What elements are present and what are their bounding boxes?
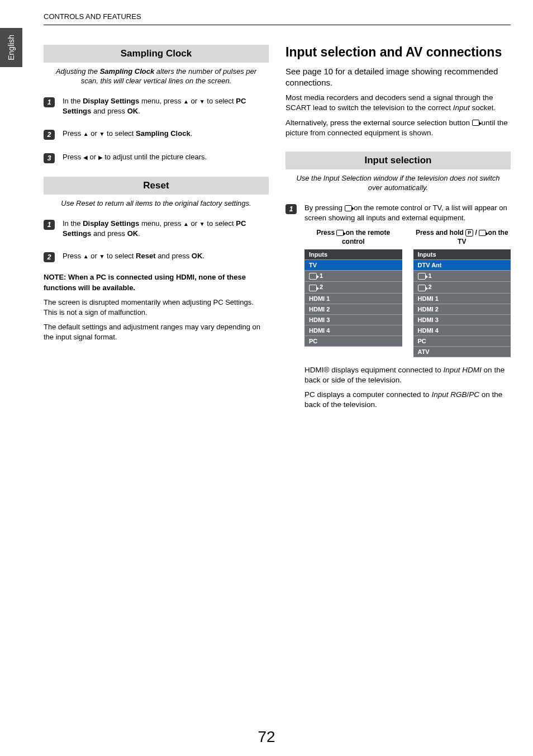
- col-head: Press on the remote control: [304, 229, 402, 246]
- step-badge-1: 1: [44, 97, 55, 107]
- p-icon: P: [465, 229, 473, 237]
- td: PC: [413, 336, 511, 346]
- down-arrow-icon: [99, 129, 105, 138]
- td: ATV: [413, 346, 511, 357]
- left-arrow-icon: [83, 153, 88, 161]
- t: .: [202, 252, 204, 260]
- table-row: 2: [413, 282, 511, 293]
- t: and press: [91, 229, 127, 238]
- step-text: In the Display Settings menu, press or t…: [63, 219, 269, 239]
- step-row: 2 Press or to select Sampling Clock.: [44, 129, 269, 140]
- table-row: 1: [304, 271, 402, 282]
- td: HDMI 4: [304, 325, 402, 336]
- footer-p1: HDMI® displays equipment connected to In…: [304, 365, 511, 385]
- step-text: In the Display Settings menu, press or t…: [63, 96, 269, 116]
- step-row: 1 By pressing on the remote control or T…: [285, 203, 511, 223]
- section-header: CONTROLS AND FEATURES: [44, 12, 141, 21]
- step-text: By pressing on the remote control or TV,…: [304, 203, 511, 223]
- td: 1: [413, 271, 511, 282]
- step-badge-2: 2: [44, 130, 55, 140]
- table-row: HDMI 1: [304, 293, 402, 304]
- table-header-row: Inputs: [304, 249, 402, 260]
- t: Input RGB: [431, 390, 467, 399]
- td: DTV Ant: [413, 260, 511, 271]
- inputs-col-remote: Press on the remote control Inputs TV 1 …: [304, 229, 402, 357]
- body-p3: Alternatively, press the external source…: [285, 118, 511, 138]
- t: Display Settings: [83, 97, 139, 105]
- td: 1: [304, 271, 402, 282]
- step-badge-2: 2: [44, 252, 55, 262]
- td: 2: [413, 282, 511, 293]
- table-row: 2: [304, 282, 402, 293]
- up-arrow-icon: [183, 219, 189, 228]
- td: HDMI 3: [304, 314, 402, 325]
- inputs-table-2: Inputs DTV Ant 1 2 HDMI 1 HDMI 2 HDMI 3 …: [413, 249, 511, 357]
- td: HDMI 3: [413, 314, 511, 325]
- inputs-tables: Press on the remote control Inputs TV 1 …: [304, 229, 511, 357]
- step-row: 1 In the Display Settings menu, press or…: [44, 219, 269, 239]
- table-row: HDMI 3: [304, 314, 402, 325]
- source-icon: [472, 120, 479, 126]
- table-header-row: Inputs: [413, 249, 511, 260]
- step-text: Press or to adjust until the picture cle…: [63, 152, 207, 162]
- body-p2: Most media recorders and decoders send a…: [285, 93, 511, 113]
- input-selection-heading: Input selection: [285, 152, 511, 169]
- down-arrow-icon: [99, 252, 105, 260]
- step-row: 2 Press or to select Reset and press OK.: [44, 251, 269, 262]
- table-row: HDMI 4: [304, 325, 402, 336]
- t: HDMI® displays equipment connected to: [304, 366, 444, 374]
- down-arrow-icon: [199, 97, 205, 105]
- t: or: [189, 97, 199, 105]
- t: Press: [63, 252, 83, 260]
- t: 2: [320, 284, 323, 290]
- t: Display Settings: [83, 219, 139, 228]
- table-selected-row: DTV Ant: [413, 260, 511, 271]
- t: Press: [316, 229, 336, 237]
- table-row: HDMI 1: [413, 293, 511, 304]
- th: Inputs: [304, 249, 402, 260]
- table-row: 1: [413, 271, 511, 282]
- t: to select: [205, 97, 236, 105]
- body-p1: See page 10 for a detailed image showing…: [285, 66, 511, 89]
- td: 2: [304, 282, 402, 293]
- t: and press: [91, 107, 127, 115]
- t: or: [89, 252, 99, 260]
- t: 1: [320, 272, 323, 279]
- t: Reset: [136, 252, 155, 260]
- t: Input: [453, 103, 470, 112]
- table-row: HDMI 3: [413, 314, 511, 325]
- td: PC: [304, 336, 402, 346]
- step-badge-1: 1: [44, 220, 55, 230]
- t: .: [191, 129, 193, 138]
- input-icon: [309, 285, 317, 291]
- step-row: 1 In the Display Settings menu, press or…: [44, 96, 269, 116]
- step-badge-1: 1: [285, 204, 297, 214]
- page-number: 72: [0, 728, 533, 746]
- note-p2: The default settings and adjustment rang…: [44, 322, 269, 342]
- t: Input HDMI: [444, 366, 482, 374]
- table-row: ATV: [413, 346, 511, 357]
- t: to select: [205, 219, 236, 228]
- t: 1: [429, 272, 432, 279]
- t: By pressing: [304, 204, 345, 212]
- inputs-col-tv: Press and hold P / on the TV Inputs DTV …: [413, 229, 511, 357]
- t: OK: [192, 252, 203, 260]
- main-heading: Input selection and AV connections: [285, 45, 511, 60]
- t: on the remote control: [342, 229, 390, 245]
- down-arrow-icon: [199, 219, 205, 228]
- td: HDMI 1: [413, 293, 511, 304]
- right-column: Input selection and AV connections See p…: [285, 45, 511, 414]
- t: PC displays a computer connected to: [304, 390, 431, 399]
- input-icon: [418, 285, 426, 291]
- text: Adjusting the: [56, 67, 100, 75]
- step-row: 3 Press or to adjust until the picture c…: [44, 152, 269, 163]
- up-arrow-icon: [183, 97, 189, 105]
- t: menu, press: [139, 97, 183, 105]
- t: to select: [104, 252, 136, 260]
- reset-intro: Use Reset to return all items to the ori…: [44, 199, 269, 214]
- input-icon: [418, 273, 426, 280]
- source-icon: [336, 230, 344, 236]
- t: In the: [63, 97, 83, 105]
- note-block: NOTE: When a PC is connected using HDMI,…: [44, 272, 269, 342]
- t: or: [88, 153, 98, 161]
